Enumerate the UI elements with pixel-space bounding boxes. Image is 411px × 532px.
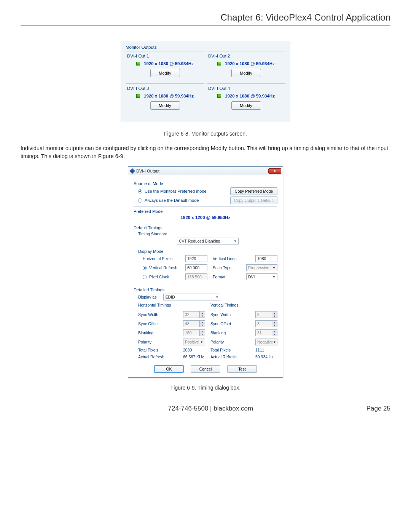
v-actual-refresh-value: 59.934 Hz bbox=[255, 355, 277, 359]
chevron-down-icon: ▼ bbox=[272, 315, 277, 318]
preferred-mode-label: Preferred Mode bbox=[134, 209, 277, 214]
v-polarity-select[interactable]: Negative ▼ bbox=[255, 339, 277, 345]
dvi-out-1-modify-button[interactable]: Modify bbox=[150, 69, 180, 77]
dvi-out-3-label: DVI-I Out 3 bbox=[127, 86, 203, 91]
pixel-clock-radio[interactable]: Pixel Clock bbox=[143, 275, 169, 279]
h-actual-refresh-label: Actual Refresh bbox=[138, 355, 164, 359]
use-preferred-mode-radio[interactable]: Use the Monitors Preferred mode bbox=[138, 189, 207, 193]
chevron-up-icon: ▲ bbox=[272, 321, 277, 324]
dvi-out-1-resolution: 1920 x 1080 @ 59.934Hz bbox=[144, 61, 194, 66]
radio-icon bbox=[138, 189, 142, 193]
dvi-output-dialog: DVI-I Output x Source of Mode Use the Mo… bbox=[128, 166, 283, 378]
chevron-up-icon: ▲ bbox=[272, 330, 277, 333]
chevron-down-icon: ▼ bbox=[199, 324, 205, 327]
dvi-out-4-resolution: 1920 x 1080 @ 59.934Hz bbox=[225, 94, 275, 98]
horizontal-pixels-label: Horizontal Pixels bbox=[143, 256, 172, 261]
dvi-out-2-resolution: 1920 x 1080 @ 59.934Hz bbox=[225, 61, 275, 66]
h-sync-offset-label: Sync Offset bbox=[138, 321, 159, 326]
figure-6-9-caption: Figure 6-9. Timing dialog box. bbox=[21, 385, 390, 391]
header-divider bbox=[21, 25, 390, 26]
horizontal-pixels-input[interactable]: 1920 bbox=[185, 255, 207, 262]
chevron-up-icon: ▲ bbox=[199, 330, 205, 333]
body-paragraph: Individual monitor outputs can be config… bbox=[21, 144, 390, 160]
dialog-titlebar: DVI-I Output x bbox=[128, 167, 283, 175]
chevron-down-icon: ▼ bbox=[216, 296, 219, 299]
dialog-title: DVI-I Output bbox=[136, 169, 159, 173]
chevron-down-icon: ▼ bbox=[199, 315, 205, 318]
chapter-title: Chapter 6: VideoPlex4 Control Applicatio… bbox=[21, 12, 390, 23]
chevron-down-icon: ▼ bbox=[200, 340, 203, 344]
timing-standard-select[interactable]: CVT Reduced Blanking ▼ bbox=[177, 238, 239, 244]
vertical-timings-label: Vertical Timings bbox=[210, 303, 277, 307]
pixel-clock-input: 138.500 bbox=[185, 273, 207, 280]
chevron-down-icon: ▼ bbox=[272, 333, 277, 336]
timing-standard-label: Timing Standard bbox=[138, 232, 277, 236]
v-sync-offset-stepper[interactable]: 3 ▲▼ bbox=[255, 320, 277, 327]
scan-type-label: Scan Type bbox=[213, 265, 231, 270]
dvi-out-4-group: DVI-I Out 4 1920 x 1080 @ 59.934Hz Modif… bbox=[207, 83, 285, 111]
test-button[interactable]: Test bbox=[227, 365, 257, 373]
v-sync-width-label: Sync Width bbox=[210, 312, 231, 317]
use-default-mode-radio[interactable]: Always use the Default mode bbox=[138, 198, 199, 203]
use-preferred-mode-label: Use the Monitors Preferred mode bbox=[145, 189, 207, 193]
scan-type-select[interactable]: Progressive ▼ bbox=[246, 264, 277, 271]
vertical-lines-label: Vertical Lines bbox=[213, 256, 236, 261]
format-select[interactable]: DVI ▼ bbox=[246, 273, 277, 280]
dvi-out-2-label: DVI-I Out 2 bbox=[208, 54, 284, 58]
format-label: Format bbox=[213, 275, 225, 279]
vertical-lines-input[interactable]: 1080 bbox=[255, 255, 277, 262]
dvi-out-2-modify-button[interactable]: Modify bbox=[231, 69, 261, 77]
footer-contact: 724-746-5500 | blackbox.com bbox=[55, 405, 366, 412]
copy-output1-default-button[interactable]: Copy Output 1 Default bbox=[230, 197, 277, 204]
display-as-value: EDID bbox=[165, 295, 175, 299]
page-number: Page 25 bbox=[366, 405, 390, 412]
monitor-outputs-panel: Monitor Outputs DVI-I Out 1 1920 x 1080 … bbox=[121, 41, 290, 122]
use-default-mode-label: Always use the Default mode bbox=[145, 198, 199, 203]
h-polarity-select[interactable]: Positive ▼ bbox=[183, 339, 205, 345]
status-icon bbox=[136, 94, 140, 98]
dvi-out-4-modify-button[interactable]: Modify bbox=[231, 101, 261, 110]
v-total-pixels-value: 1111 bbox=[255, 348, 277, 352]
chevron-down-icon: ▼ bbox=[272, 266, 276, 270]
v-sync-width-stepper[interactable]: 5 ▲▼ bbox=[255, 311, 277, 318]
preferred-mode-value: 1920 x 1200 @ 59.950Hz bbox=[134, 215, 277, 220]
display-mode-label: Display Mode bbox=[138, 249, 277, 254]
h-sync-offset-stepper[interactable]: 48 ▲▼ bbox=[183, 320, 205, 327]
default-timings-label: Default Timings bbox=[134, 225, 277, 230]
display-as-select[interactable]: EDID ▼ bbox=[163, 294, 220, 300]
radio-icon bbox=[143, 266, 147, 270]
ok-button[interactable]: OK bbox=[154, 365, 184, 373]
pixel-clock-label: Pixel Clock bbox=[149, 275, 169, 279]
vertical-refresh-input[interactable]: 60.000 bbox=[185, 264, 207, 271]
copy-preferred-mode-button[interactable]: Copy Preferred Mode bbox=[230, 187, 277, 195]
dvi-out-4-label: DVI-I Out 4 bbox=[208, 86, 284, 91]
vertical-refresh-radio[interactable]: Vertical Refresh bbox=[143, 265, 177, 270]
chevron-up-icon: ▲ bbox=[199, 321, 205, 324]
radio-icon bbox=[138, 198, 142, 203]
figure-6-8-caption: Figure 6-8. Monitor outputs screen. bbox=[21, 131, 390, 137]
radio-icon bbox=[143, 275, 147, 279]
h-polarity-value: Positive bbox=[185, 340, 199, 344]
horizontal-timings-label: Horizontal Timings bbox=[138, 303, 205, 307]
chevron-down-icon: ▼ bbox=[273, 340, 276, 344]
h-blanking-stepper[interactable]: 160 ▲▼ bbox=[183, 329, 205, 336]
close-button[interactable]: x bbox=[268, 168, 281, 174]
detailed-timings-label: Detailed Timings bbox=[134, 288, 277, 292]
h-total-pixels-value: 2080 bbox=[183, 348, 205, 352]
chevron-up-icon: ▲ bbox=[272, 312, 277, 315]
dvi-out-3-resolution: 1920 x 1080 @ 59.934Hz bbox=[144, 94, 194, 98]
monitor-outputs-label: Monitor Outputs bbox=[126, 45, 285, 50]
v-blanking-stepper[interactable]: 31 ▲▼ bbox=[255, 329, 277, 336]
h-total-pixels-label: Total Pixels bbox=[138, 348, 158, 352]
h-actual-refresh-value: 66.587 KHz bbox=[183, 355, 205, 359]
v-sync-offset-label: Sync Offset bbox=[210, 321, 231, 326]
dvi-out-3-modify-button[interactable]: Modify bbox=[150, 101, 180, 110]
cancel-button[interactable]: Cancel bbox=[191, 365, 220, 373]
h-sync-width-stepper[interactable]: 32 ▲▼ bbox=[183, 311, 205, 318]
status-icon bbox=[217, 62, 221, 66]
vertical-refresh-label: Vertical Refresh bbox=[149, 265, 177, 270]
v-polarity-value: Negative bbox=[257, 340, 273, 344]
display-as-label: Display as bbox=[138, 295, 156, 299]
v-blanking-label: Blanking bbox=[210, 331, 226, 335]
status-icon bbox=[217, 94, 221, 98]
